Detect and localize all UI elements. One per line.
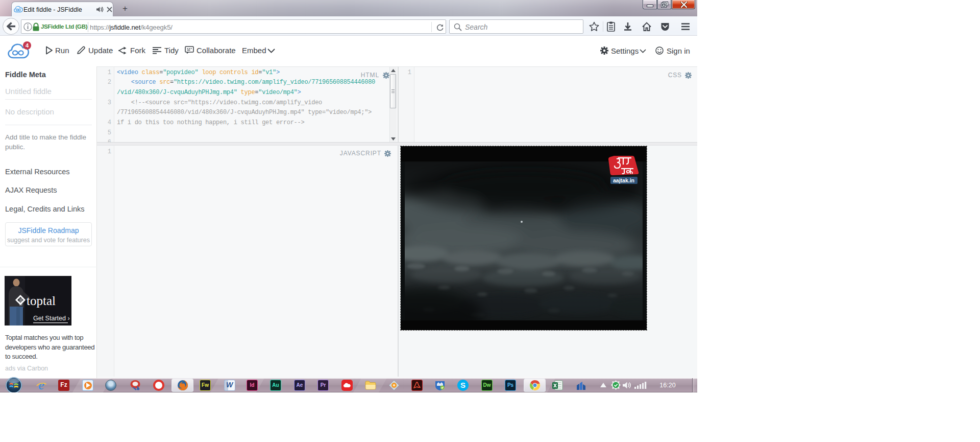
svg-text:toptal: toptal (27, 294, 56, 308)
svg-text:aajtak.in: aajtak.in (613, 177, 634, 183)
svg-text:Get Started ›: Get Started › (33, 315, 70, 322)
svg-text:e: e (38, 380, 44, 391)
